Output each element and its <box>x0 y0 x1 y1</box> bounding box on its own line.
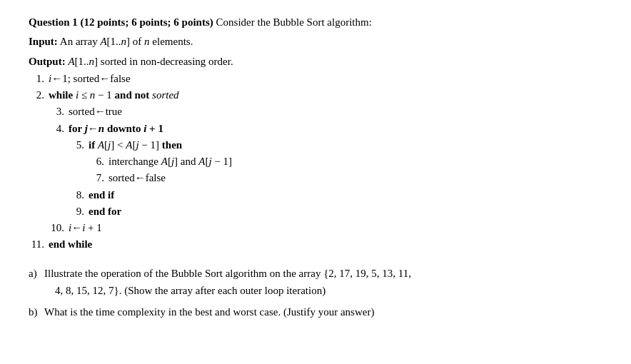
line-num-1: 1. <box>29 71 44 87</box>
algo-line-4: 4. for j←n downto i + 1 <box>29 121 602 137</box>
line-num-3: 3. <box>49 103 64 120</box>
line-content-10: i←i + 1 <box>69 220 102 236</box>
line-num-9: 9. <box>69 203 84 220</box>
line-num-7: 7. <box>89 170 104 186</box>
algo-line-9: 9. end for <box>29 203 602 220</box>
line-num-5: 5. <box>69 137 84 153</box>
questions-section: a) Illustrate the operation of the Bubbl… <box>29 265 602 320</box>
output-label: Output: <box>29 56 66 67</box>
line-content-1: i←1; sorted←false <box>49 71 131 87</box>
algorithm-block: 1. i←1; sorted←false 2. while i ≤ n − 1 … <box>29 71 602 253</box>
algo-line-6: 6. interchange A[j] and A[j − 1] <box>29 153 602 170</box>
output-line: Output: A[1..n] sorted in non-decreasing… <box>29 56 602 68</box>
algo-line-5: 5. if A[j] < A[j − 1] then <box>29 137 602 153</box>
input-label: Input: <box>29 36 58 47</box>
algo-line-7: 7. sorted←false <box>29 170 602 186</box>
line-content-5: if A[j] < A[j − 1] then <box>89 137 182 153</box>
algo-line-11: 11. end while <box>29 236 602 253</box>
line-content-3: sorted←true <box>69 103 122 120</box>
line-num-10: 10. <box>49 220 64 236</box>
question-title-suffix: Consider the Bubble Sort algorithm: <box>213 16 372 28</box>
question-b-label: b) <box>29 303 44 320</box>
line-num-4: 4. <box>49 121 64 137</box>
question-b-text: What is the time complexity in the best … <box>44 303 602 320</box>
input-text: An array A[1..n] of n elements. <box>60 36 193 47</box>
main-content: Question 1 (12 points; 6 points; 6 point… <box>29 14 602 320</box>
question-a-text: Illustrate the operation of the Bubble S… <box>44 265 602 299</box>
line-content-11: end while <box>49 236 92 253</box>
line-content-8: end if <box>89 187 114 203</box>
question-header: Question 1 (12 points; 6 points; 6 point… <box>29 14 602 31</box>
line-num-11: 11. <box>29 236 44 253</box>
question-title: Question 1 (12 points; 6 points; 6 point… <box>29 16 213 28</box>
question-b: b) What is the time complexity in the be… <box>29 303 602 320</box>
question-a: a) Illustrate the operation of the Bubbl… <box>29 265 602 299</box>
line-content-2: while i ≤ n − 1 and not sorted <box>49 87 179 103</box>
algo-line-2: 2. while i ≤ n − 1 and not sorted <box>29 87 602 103</box>
input-line: Input: An array A[1..n] of n elements. <box>29 34 602 50</box>
question-a-label: a) <box>29 265 44 282</box>
algo-line-8: 8. end if <box>29 187 602 203</box>
output-text: A[1..n] sorted in non-decreasing order. <box>68 56 233 67</box>
line-num-8: 8. <box>69 187 84 203</box>
line-content-6: interchange A[j] and A[j − 1] <box>108 153 232 170</box>
algo-line-1: 1. i←1; sorted←false <box>29 71 602 87</box>
line-content-9: end for <box>89 203 121 220</box>
line-num-2: 2. <box>29 87 44 103</box>
algo-line-10: 10. i←i + 1 <box>29 220 602 236</box>
line-content-7: sorted←false <box>108 170 166 186</box>
algo-line-3: 3. sorted←true <box>29 103 602 120</box>
line-num-6: 6. <box>89 153 104 170</box>
line-content-4: for j←n downto i + 1 <box>69 121 163 137</box>
